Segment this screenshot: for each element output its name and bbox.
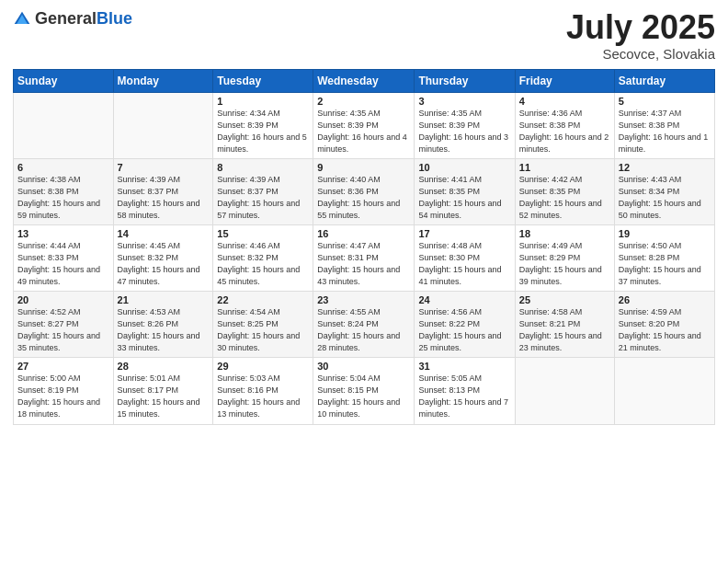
table-row [614,358,714,424]
day-number: 27 [17,361,109,372]
day-info: Sunrise: 4:53 AMSunset: 8:26 PMDaylight:… [118,306,210,354]
header-wednesday: Wednesday [313,69,415,92]
table-row: 25Sunrise: 4:58 AMSunset: 8:21 PMDayligh… [515,292,614,358]
table-row: 16Sunrise: 4:47 AMSunset: 8:31 PMDayligh… [313,224,415,291]
day-number: 9 [317,162,410,173]
day-info: Sunrise: 4:43 AMSunset: 8:34 PMDaylight:… [619,174,711,222]
table-row: 17Sunrise: 4:48 AMSunset: 8:30 PMDayligh… [415,224,515,291]
day-info: Sunrise: 4:48 AMSunset: 8:30 PMDaylight:… [418,240,510,288]
day-info: Sunrise: 4:39 AMSunset: 8:37 PMDaylight:… [118,174,210,222]
day-number: 28 [118,361,210,372]
table-row: 13Sunrise: 4:44 AMSunset: 8:33 PMDayligh… [14,224,114,291]
location-subtitle: Secovce, Slovakia [566,46,715,62]
day-info: Sunrise: 4:55 AMSunset: 8:24 PMDaylight:… [317,306,410,354]
day-info: Sunrise: 4:38 AMSunset: 8:38 PMDaylight:… [17,174,109,222]
table-row: 29Sunrise: 5:03 AMSunset: 8:16 PMDayligh… [213,358,313,424]
day-info: Sunrise: 4:40 AMSunset: 8:36 PMDaylight:… [317,174,410,222]
day-number: 19 [619,228,711,239]
table-row: 31Sunrise: 5:05 AMSunset: 8:13 PMDayligh… [415,358,515,424]
day-number: 18 [519,228,610,239]
day-info: Sunrise: 4:54 AMSunset: 8:25 PMDaylight:… [217,306,309,354]
day-number: 11 [519,162,610,173]
day-number: 30 [317,361,410,372]
day-info: Sunrise: 4:59 AMSunset: 8:20 PMDaylight:… [619,306,711,354]
day-info: Sunrise: 4:35 AMSunset: 8:39 PMDaylight:… [418,108,510,155]
day-number: 29 [217,361,309,372]
table-row: 24Sunrise: 4:56 AMSunset: 8:22 PMDayligh… [415,292,515,358]
day-info: Sunrise: 4:47 AMSunset: 8:31 PMDaylight:… [317,240,410,288]
day-info: Sunrise: 4:56 AMSunset: 8:22 PMDaylight:… [418,306,510,354]
day-info: Sunrise: 4:41 AMSunset: 8:35 PMDaylight:… [418,174,510,222]
day-info: Sunrise: 5:00 AMSunset: 8:19 PMDaylight:… [17,373,109,420]
day-number: 23 [317,294,410,305]
day-number: 20 [17,294,109,305]
table-row: 27Sunrise: 5:00 AMSunset: 8:19 PMDayligh… [14,358,114,424]
table-row: 2Sunrise: 4:35 AMSunset: 8:39 PMDaylight… [313,92,415,158]
table-row: 18Sunrise: 4:49 AMSunset: 8:29 PMDayligh… [515,224,614,291]
day-info: Sunrise: 4:34 AMSunset: 8:39 PMDaylight:… [217,108,309,155]
table-row: 14Sunrise: 4:45 AMSunset: 8:32 PMDayligh… [113,224,213,291]
table-row: 12Sunrise: 4:43 AMSunset: 8:34 PMDayligh… [614,158,714,224]
header-friday: Friday [515,69,614,92]
day-number: 12 [619,162,711,173]
week-row-3: 20Sunrise: 4:52 AMSunset: 8:27 PMDayligh… [14,292,715,358]
header-tuesday: Tuesday [213,69,313,92]
day-number: 17 [418,228,510,239]
table-row: 19Sunrise: 4:50 AMSunset: 8:28 PMDayligh… [614,224,714,291]
day-info: Sunrise: 4:37 AMSunset: 8:38 PMDaylight:… [619,108,711,155]
day-number: 10 [418,162,510,173]
calendar-table: Sunday Monday Tuesday Wednesday Thursday… [13,69,715,425]
table-row: 4Sunrise: 4:36 AMSunset: 8:38 PMDaylight… [515,92,614,158]
day-info: Sunrise: 5:04 AMSunset: 8:15 PMDaylight:… [317,373,410,420]
title-block: July 2025 Secovce, Slovakia [566,9,715,62]
table-row: 10Sunrise: 4:41 AMSunset: 8:35 PMDayligh… [415,158,515,224]
logo-general: General [35,9,97,28]
day-number: 14 [118,228,210,239]
table-row: 9Sunrise: 4:40 AMSunset: 8:36 PMDaylight… [313,158,415,224]
week-row-4: 27Sunrise: 5:00 AMSunset: 8:19 PMDayligh… [14,358,715,424]
day-number: 6 [17,162,109,173]
day-number: 31 [418,361,510,372]
table-row [14,92,114,158]
day-info: Sunrise: 4:45 AMSunset: 8:32 PMDaylight:… [118,240,210,288]
logo-blue: Blue [97,9,132,28]
day-number: 13 [17,228,109,239]
day-number: 25 [519,294,610,305]
day-number: 24 [418,294,510,305]
logo: GeneralBlue [13,9,132,29]
calendar-header-row: Sunday Monday Tuesday Wednesday Thursday… [14,69,715,92]
day-info: Sunrise: 4:36 AMSunset: 8:38 PMDaylight:… [519,108,610,155]
table-row: 30Sunrise: 5:04 AMSunset: 8:15 PMDayligh… [313,358,415,424]
table-row: 22Sunrise: 4:54 AMSunset: 8:25 PMDayligh… [213,292,313,358]
week-row-2: 13Sunrise: 4:44 AMSunset: 8:33 PMDayligh… [14,224,715,291]
day-number: 26 [619,294,711,305]
month-title: July 2025 [566,9,715,46]
table-row: 21Sunrise: 4:53 AMSunset: 8:26 PMDayligh… [113,292,213,358]
day-number: 16 [317,228,410,239]
day-number: 2 [317,96,410,107]
table-row: 20Sunrise: 4:52 AMSunset: 8:27 PMDayligh… [14,292,114,358]
day-info: Sunrise: 5:05 AMSunset: 8:13 PMDaylight:… [418,373,510,420]
day-number: 7 [118,162,210,173]
day-info: Sunrise: 5:01 AMSunset: 8:17 PMDaylight:… [118,373,210,420]
day-info: Sunrise: 4:50 AMSunset: 8:28 PMDaylight:… [619,240,711,288]
week-row-1: 6Sunrise: 4:38 AMSunset: 8:38 PMDaylight… [14,158,715,224]
day-info: Sunrise: 5:03 AMSunset: 8:16 PMDaylight:… [217,373,309,420]
day-number: 22 [217,294,309,305]
day-info: Sunrise: 4:49 AMSunset: 8:29 PMDaylight:… [519,240,610,288]
day-info: Sunrise: 4:42 AMSunset: 8:35 PMDaylight:… [519,174,610,222]
day-info: Sunrise: 4:44 AMSunset: 8:33 PMDaylight:… [17,240,109,288]
day-number: 1 [217,96,309,107]
table-row: 1Sunrise: 4:34 AMSunset: 8:39 PMDaylight… [213,92,313,158]
day-info: Sunrise: 4:58 AMSunset: 8:21 PMDaylight:… [519,306,610,354]
header: GeneralBlue July 2025 Secovce, Slovakia [13,9,715,62]
day-number: 5 [619,96,711,107]
table-row: 28Sunrise: 5:01 AMSunset: 8:17 PMDayligh… [113,358,213,424]
table-row: 11Sunrise: 4:42 AMSunset: 8:35 PMDayligh… [515,158,614,224]
table-row [113,92,213,158]
week-row-0: 1Sunrise: 4:34 AMSunset: 8:39 PMDaylight… [14,92,715,158]
logo-icon [13,10,31,29]
day-number: 21 [118,294,210,305]
day-number: 3 [418,96,510,107]
table-row: 26Sunrise: 4:59 AMSunset: 8:20 PMDayligh… [614,292,714,358]
